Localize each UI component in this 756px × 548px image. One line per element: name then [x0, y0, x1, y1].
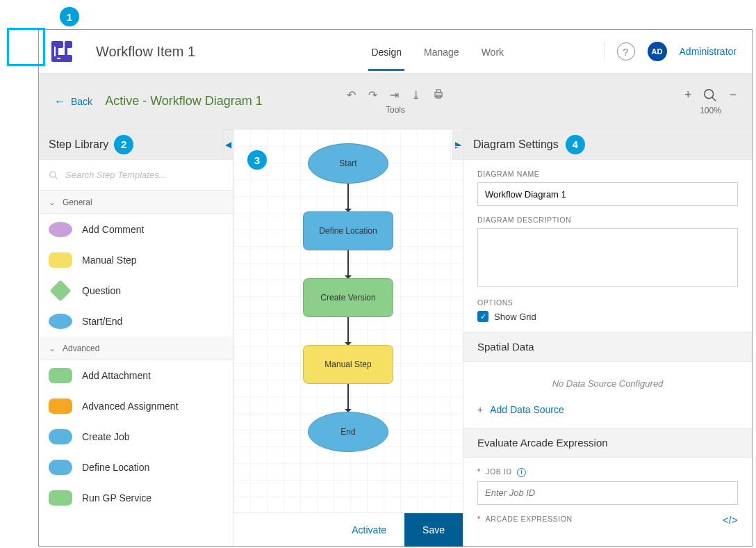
canvas[interactable]: Start Define Location Create Version Man… [233, 129, 463, 513]
general-list: Add Comment Manual Step Question Start/E… [39, 214, 233, 337]
search-input[interactable] [64, 169, 223, 181]
help-icon[interactable]: ? [617, 42, 635, 61]
svg-point-9 [50, 171, 56, 177]
form-options: OPTIONS ✓ Show Grid [463, 298, 752, 332]
code-icon[interactable]: </> [723, 515, 738, 526]
form-diagram-name: DIAGRAM NAME [463, 160, 752, 216]
diagram-settings-panel: Diagram Settings 4 DIAGRAM NAME DIAGRAM … [463, 129, 752, 546]
info-icon[interactable]: i [517, 468, 526, 477]
step-label: Question [82, 285, 121, 296]
tools-label: Tools [386, 105, 405, 115]
rounded-rect-icon [49, 368, 72, 383]
tab-work[interactable]: Work [479, 33, 507, 71]
add-data-source-label: Add Data Source [490, 404, 564, 415]
search-row [39, 160, 233, 191]
node-create-version[interactable]: Create Version [303, 278, 393, 317]
zoom-in-button[interactable]: + [684, 88, 692, 102]
job-id-input[interactable] [477, 481, 738, 505]
callout-1: 1 [60, 7, 79, 26]
step-add-comment[interactable]: Add Comment [39, 214, 233, 245]
zoom-label: 100% [700, 106, 721, 115]
callout-4: 4 [566, 135, 585, 154]
search-icon[interactable] [702, 88, 718, 103]
arcade-label: * ARCADE EXPRESSION </> [477, 515, 738, 523]
diagram-desc-label: DIAGRAM DESCRIPTION [477, 216, 738, 224]
align-horizontal-icon[interactable]: ⇥ [390, 88, 399, 102]
app-frame: Workflow Item 1 Design Manage Work ? AD … [38, 29, 753, 547]
canvas-wrap: ▶ ▶ 3 Start Define Location Create Versi… [233, 129, 463, 546]
header-tabs: Design Manage Work [292, 33, 507, 71]
user-name[interactable]: Administrator [680, 46, 737, 57]
align-vertical-icon[interactable]: ⤓ [411, 88, 420, 102]
step-create-job[interactable]: Create Job [39, 421, 233, 452]
zoom-out-button[interactable]: − [729, 88, 737, 102]
step-manual-step[interactable]: Manual Step [39, 245, 233, 275]
node-manual-step[interactable]: Manual Step [303, 345, 393, 384]
tab-manage[interactable]: Manage [421, 33, 462, 71]
body: Step Library 2 ◀ ⌄ General Add Comment M… [39, 129, 752, 546]
save-button[interactable]: Save [404, 513, 463, 547]
arrow [347, 384, 349, 412]
add-data-source-button[interactable]: + Add Data Source [463, 400, 752, 428]
step-label: Advanced Assignment [82, 401, 179, 412]
canvas-footer: Activate Save [233, 513, 463, 546]
redo-icon[interactable]: ↷ [368, 88, 377, 102]
job-id-label: * JOB ID i [477, 467, 738, 477]
app-logo[interactable] [46, 35, 78, 67]
arrow [347, 250, 349, 278]
checkbox-checked-icon: ✓ [477, 311, 488, 322]
category-advanced-label: Advanced [63, 344, 99, 353]
step-label: Define Location [82, 462, 149, 473]
required-icon: * [477, 515, 481, 523]
pill-icon [49, 460, 72, 475]
activate-button[interactable]: Activate [334, 513, 404, 547]
diagram-title: Active - Workflow Diagram 1 [105, 94, 263, 108]
diagram-desc-input[interactable] [477, 228, 738, 287]
arrow [347, 317, 349, 345]
step-label: Create Job [82, 431, 129, 442]
app-header: Workflow Item 1 Design Manage Work ? AD … [39, 30, 752, 74]
step-label: Manual Step [82, 255, 137, 266]
node-end[interactable]: End [308, 412, 388, 452]
undo-icon[interactable]: ↶ [347, 88, 356, 102]
diagram-settings-title: Diagram Settings [473, 138, 559, 151]
show-grid-row[interactable]: ✓ Show Grid [477, 311, 738, 322]
tab-design[interactable]: Design [368, 33, 404, 71]
collapse-left-icon[interactable]: ◀ [222, 129, 233, 160]
chevron-down-icon: ⌄ [49, 198, 56, 207]
toolbar: ← Back Active - Workflow Diagram 1 ↶ ↷ ⇥… [39, 74, 752, 129]
chevron-down-icon: ⌄ [49, 344, 56, 353]
category-advanced[interactable]: ⌄ Advanced [39, 337, 233, 360]
diagram-name-input[interactable] [477, 182, 738, 206]
spatial-data-header: Spatial Data [463, 332, 752, 362]
category-general[interactable]: ⌄ General [39, 191, 233, 214]
svg-line-10 [55, 176, 58, 179]
step-run-gp-service[interactable]: Run GP Service [39, 483, 233, 513]
workflow-logo-icon [49, 39, 74, 64]
step-define-location[interactable]: Define Location [39, 452, 233, 483]
show-grid-label: Show Grid [494, 312, 536, 322]
step-advanced-assignment[interactable]: Advanced Assignment [39, 391, 233, 421]
tools-cluster: ↶ ↷ ⇥ ⤓ Tools [347, 88, 444, 115]
print-icon[interactable] [433, 88, 444, 102]
node-define-location[interactable]: Define Location [303, 211, 393, 250]
arrow [347, 184, 349, 211]
ellipse-icon [49, 314, 72, 329]
step-question[interactable]: Question [39, 275, 233, 306]
step-library-title: Step Library [49, 138, 108, 151]
rounded-rect-icon [49, 252, 72, 268]
advanced-list: Add Attachment Advanced Assignment Creat… [39, 360, 233, 513]
callout-2: 2 [114, 135, 133, 154]
svg-rect-1 [62, 56, 72, 61]
back-button[interactable]: ← Back [54, 95, 92, 108]
callout-3: 3 [247, 150, 267, 170]
arcade-label-text: ARCADE EXPRESSION [486, 515, 573, 523]
step-start-end[interactable]: Start/End [39, 306, 233, 337]
step-library-panel: Step Library 2 ◀ ⌄ General Add Comment M… [39, 129, 233, 546]
form-arcade: * ARCADE EXPRESSION </> [463, 515, 752, 530]
back-arrow-icon: ← [54, 95, 65, 108]
step-add-attachment[interactable]: Add Attachment [39, 360, 233, 391]
ellipse-icon [49, 222, 72, 237]
node-start[interactable]: Start [308, 143, 388, 184]
avatar[interactable]: AD [648, 42, 667, 61]
